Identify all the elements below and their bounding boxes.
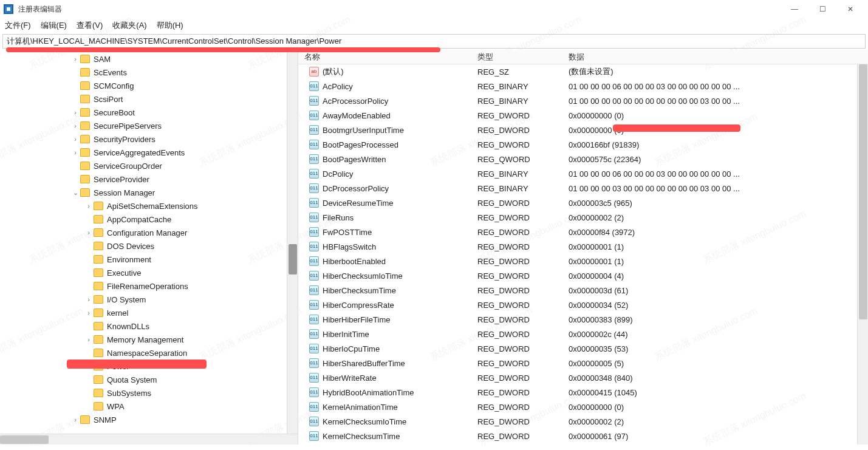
- value-row[interactable]: 011HiberChecksumTimeREG_DWORD0x0000003d …: [298, 283, 868, 298]
- value-row[interactable]: 011AcProcessorPolicyREG_BINARY01 00 00 0…: [298, 94, 868, 108]
- tree-item-secureboot[interactable]: ›SecureBoot: [0, 106, 298, 119]
- chevron-down-icon[interactable]: ⌄: [72, 189, 79, 197]
- tree-item-securepipeservers[interactable]: ›SecurePipeServers: [0, 119, 298, 132]
- tree-item-scmconfig[interactable]: SCMConfig: [0, 79, 298, 92]
- chevron-right-icon[interactable]: ›: [72, 109, 79, 116]
- value-name: DeviceResumeTime: [323, 199, 394, 208]
- tree-item-servicegrouporder[interactable]: ServiceGroupOrder: [0, 159, 298, 172]
- col-header-data[interactable]: 数据: [569, 52, 868, 63]
- folder-icon: [94, 242, 103, 250]
- list-vscrollbar[interactable]: [857, 64, 868, 445]
- menu-favorites[interactable]: 收藏夹(A): [112, 20, 146, 31]
- tree-item-serviceprovider[interactable]: ServiceProvider: [0, 172, 298, 186]
- value-row[interactable]: 011KernelChecksumIoTimeREG_DWORD0x000000…: [298, 414, 868, 429]
- chevron-right-icon[interactable]: ›: [85, 296, 92, 303]
- tree-item-apisetschemaextensions[interactable]: ›ApiSetSchemaExtensions: [0, 199, 298, 213]
- value-row[interactable]: 011HiberSharedBufferTimeREG_DWORD0x00000…: [298, 356, 868, 370]
- chevron-right-icon[interactable]: ›: [72, 55, 79, 63]
- tree-item-serviceaggregatedevents[interactable]: ›ServiceAggregatedEvents: [0, 146, 298, 159]
- tree-item-kernel[interactable]: ›kernel: [0, 306, 298, 319]
- maximize-button[interactable]: ☐: [808, 0, 836, 18]
- value-row[interactable]: 011FwPOSTTimeREG_DWORD0x00000f84 (3972): [298, 225, 868, 239]
- value-data: 0x00000000 (0): [569, 403, 868, 412]
- chevron-right-icon[interactable]: ›: [72, 135, 79, 143]
- tree-item-snmp[interactable]: ›SNMP: [0, 413, 298, 426]
- chevron-right-icon[interactable]: ›: [85, 336, 92, 343]
- menu-view[interactable]: 查看(V): [77, 20, 103, 31]
- tree-item-environment[interactable]: Environment: [0, 253, 298, 266]
- menu-help[interactable]: 帮助(H): [157, 20, 183, 31]
- chevron-right-icon[interactable]: ›: [85, 229, 92, 236]
- tree-vscrollbar[interactable]: [287, 50, 298, 434]
- address-bar[interactable]: 计算机\HKEY_LOCAL_MACHINE\SYSTEM\CurrentCon…: [2, 34, 866, 49]
- chevron-right-icon[interactable]: ›: [72, 122, 79, 129]
- tree-item-wpa[interactable]: WPA: [0, 400, 298, 413]
- col-header-type[interactable]: 类型: [477, 52, 569, 63]
- chevron-right-icon[interactable]: ›: [85, 309, 92, 316]
- tree-item-executive[interactable]: Executive: [0, 266, 298, 279]
- value-row[interactable]: 011BootPagesProcessedREG_DWORD0x000166bf…: [298, 137, 868, 152]
- tree-item-scsiport[interactable]: ScsiPort: [0, 92, 298, 106]
- value-row[interactable]: 011HiberInitTimeREG_DWORD0x0000002c (44): [298, 327, 868, 341]
- value-type: REG_DWORD: [477, 301, 569, 310]
- chevron-right-icon[interactable]: ›: [85, 202, 92, 210]
- value-type: REG_BINARY: [477, 184, 569, 193]
- highlight-annotation: [67, 360, 207, 369]
- value-row[interactable]: 011KernelAnimationTimeREG_DWORD0x0000000…: [298, 400, 868, 414]
- value-name: HBFlagsSwitch: [323, 242, 376, 251]
- value-row[interactable]: 011AwayModeEnabledREG_DWORD0x00000000 (0…: [298, 108, 868, 123]
- col-header-name[interactable]: 名称: [298, 52, 477, 63]
- value-row[interactable]: 011HiberChecksumIoTimeREG_DWORD0x0000000…: [298, 268, 868, 283]
- folder-icon: [80, 108, 90, 117]
- chevron-right-icon[interactable]: ›: [72, 149, 79, 156]
- tree-item-filerenameoperations[interactable]: FileRenameOperations: [0, 279, 298, 293]
- value-row[interactable]: 011BootPagesWrittenREG_QWORD0x0000575c (…: [298, 152, 868, 166]
- value-name: AcProcessorPolicy: [323, 97, 388, 106]
- binary-value-icon: 011: [309, 183, 319, 193]
- close-button[interactable]: ✕: [836, 0, 864, 18]
- value-row[interactable]: ab(默认)REG_SZ(数值未设置): [298, 64, 868, 79]
- menu-edit[interactable]: 编辑(E): [41, 20, 67, 31]
- tree-hscrollbar[interactable]: [0, 434, 298, 445]
- value-row[interactable]: 011HiberCompressRateREG_DWORD0x00000034 …: [298, 298, 868, 312]
- scrollbar-thumb[interactable]: [859, 64, 867, 319]
- value-row[interactable]: 011HBFlagsSwitchREG_DWORD0x00000001 (1): [298, 239, 868, 254]
- value-row[interactable]: 011BootmgrUserInputTimeREG_DWORD0x000000…: [298, 123, 868, 137]
- value-row[interactable]: 011HiberWriteRateREG_DWORD0x00000348 (84…: [298, 370, 868, 385]
- value-row[interactable]: 011DeviceResumeTimeREG_DWORD0x000003c5 (…: [298, 196, 868, 210]
- value-name: DcPolicy: [323, 169, 354, 179]
- chevron-right-icon[interactable]: ›: [72, 416, 79, 423]
- value-row[interactable]: 011HiberHiberFileTimeREG_DWORD0x00000383…: [298, 312, 868, 327]
- tree-item-quota-system[interactable]: Quota System: [0, 373, 298, 386]
- tree-item-namespaceseparation[interactable]: NamespaceSeparation: [0, 346, 298, 360]
- value-type: REG_DWORD: [477, 330, 569, 339]
- tree-item-sam[interactable]: ›SAM: [0, 52, 298, 66]
- tree-item-appcompatcache[interactable]: AppCompatCache: [0, 213, 298, 226]
- tree-item-securityproviders[interactable]: ›SecurityProviders: [0, 132, 298, 146]
- tree-item-scevents[interactable]: ScEvents: [0, 66, 298, 79]
- value-row[interactable]: 011DcPolicyREG_BINARY01 00 00 00 06 00 0…: [298, 166, 868, 181]
- tree-item-i-o-system[interactable]: ›I/O System: [0, 293, 298, 306]
- value-name: BootPagesWritten: [323, 155, 386, 164]
- folder-icon: [80, 415, 90, 424]
- value-data: 01 00 00 00 06 00 00 00 03 00 00 00 00 0…: [569, 169, 868, 179]
- folder-icon: [80, 148, 90, 157]
- value-row[interactable]: 011HiberIoCpuTimeREG_DWORD0x00000035 (53…: [298, 341, 868, 356]
- tree-item-memory-management[interactable]: ›Memory Management: [0, 333, 298, 346]
- value-row[interactable]: 011KernelChecksumTimeREG_DWORD0x00000061…: [298, 429, 868, 443]
- value-row[interactable]: 011HiberbootEnabledREG_DWORD0x00000001 (…: [298, 254, 868, 268]
- scrollbar-thumb[interactable]: [0, 435, 49, 444]
- tree-item-configuration-manager[interactable]: ›Configuration Manager: [0, 226, 298, 239]
- tree-item-dos-devices[interactable]: DOS Devices: [0, 239, 298, 253]
- minimize-button[interactable]: —: [781, 0, 808, 18]
- value-row[interactable]: 011HybridBootAnimationTimeREG_DWORD0x000…: [298, 385, 868, 400]
- tree-item-subsystems[interactable]: SubSystems: [0, 386, 298, 400]
- value-row[interactable]: 011FileRunsREG_DWORD0x00000002 (2): [298, 210, 868, 225]
- menu-file[interactable]: 文件(F): [5, 20, 31, 31]
- value-row[interactable]: 011DcProcessorPolicyREG_BINARY01 00 00 0…: [298, 181, 868, 196]
- tree-item-session-manager[interactable]: ⌄Session Manager: [0, 186, 298, 199]
- value-row[interactable]: 011AcPolicyREG_BINARY01 00 00 00 06 00 0…: [298, 79, 868, 94]
- scrollbar-thumb[interactable]: [289, 244, 297, 274]
- folder-icon: [94, 335, 103, 344]
- tree-item-knowndlls[interactable]: KnownDLLs: [0, 319, 298, 333]
